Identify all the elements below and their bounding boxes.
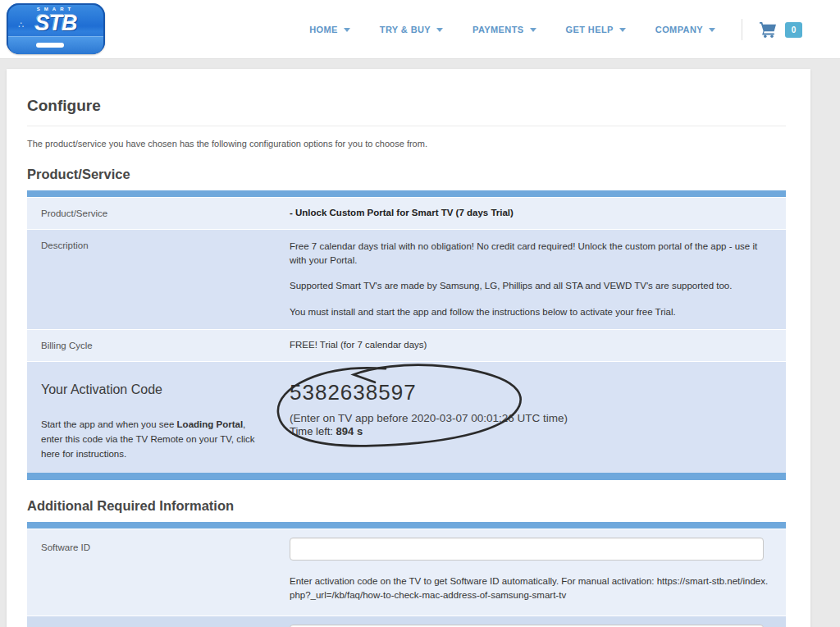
software-id-input[interactable] [290,538,764,561]
main-navigation: HOME TRY & BUY PAYMENTS GET HELP COMPANY [280,0,802,59]
portal-url-label: Portal URL [27,616,290,627]
software-id-cell: Enter activation code on the TV to get S… [290,529,786,616]
nav-item-payments[interactable]: PAYMENTS [472,25,536,34]
activation-time-left: Time left: 894 s [290,425,769,437]
smart-stb-logo[interactable]: SMART ∴ STB [7,3,105,54]
nav-divider [742,19,742,40]
top-header-bar: SMART ∴ STB HOME TRY & BUY PAYMENTS GET … [0,0,840,59]
activation-code-left-column: Your Activation Code Start the app and w… [27,362,290,473]
nav-item-home[interactable]: HOME [309,25,350,34]
chevron-down-icon [619,28,626,32]
software-id-label: Software ID [27,529,290,616]
billing-cycle-value: FREE! Trial (for 7 calendar days) [290,330,786,361]
instructions-text: Start the app and when you see [41,419,177,429]
nav-item-label: TRY & BUY [380,25,431,34]
cart-count-badge: 0 [785,22,802,38]
nav-item-try-and-buy[interactable]: TRY & BUY [380,25,443,34]
activation-code-value: 5382638597 [290,380,769,405]
software-id-help-text: Enter activation code on the TV to get S… [290,574,769,603]
chevron-down-icon [436,28,443,32]
nav-item-label: PAYMENTS [472,25,524,34]
portal-url-cell [290,616,786,627]
product-name-value: - Unlock Custom Portal for Smart TV (7 d… [290,198,786,229]
activation-code-right-column: 5382638597 (Enter on TV app before 2020-… [290,362,786,473]
nav-item-label: GET HELP [566,25,614,34]
logo-box-slot [36,43,64,48]
time-left-value: 894 s [336,425,363,437]
shopping-cart-button[interactable]: 0 [759,21,802,38]
description-label: Description [27,230,290,329]
description-value: Free 7 calendar days trial with no oblig… [290,230,786,329]
logo-stb-text: STB [7,11,105,36]
table-row-product: Product/Service - Unlock Custom Portal f… [27,197,786,229]
description-paragraph: Free 7 calendar days trial with no oblig… [290,240,769,267]
section-title-additional-info: Additional Required Information [27,498,786,514]
activation-expiry-note: (Enter on TV app before 2020-03-07 00:01… [290,412,769,424]
table-row-software-id: Software ID Enter activation code on the… [27,529,786,616]
shopping-cart-icon [759,21,777,38]
time-left-label: Time left: [290,425,336,437]
chevron-down-icon [709,28,715,32]
chevron-down-icon [344,28,350,32]
nav-item-label: HOME [309,25,338,34]
product-label: Product/Service [27,198,290,229]
table-row-activation-code: Your Activation Code Start the app and w… [27,361,786,473]
table-header-bar [27,522,786,529]
nav-item-label: COMPANY [655,25,703,34]
page-subtitle: The product/service you have chosen has … [27,139,786,149]
nav-item-company[interactable]: COMPANY [655,25,715,34]
chevron-down-icon [530,28,536,32]
table-footer-bar [27,473,786,480]
activation-instructions: Start the app and when you see Loading P… [41,417,267,462]
table-row-billing-cycle: Billing Cycle FREE! Trial (for 7 calenda… [27,329,786,361]
instructions-bold-text: Loading Portal [177,419,244,429]
description-paragraph: You must install and start the app and f… [290,305,769,319]
description-paragraph: Supported Smart TV's are made by Samsung… [290,279,769,293]
content-card: Configure The product/service you have c… [7,69,810,627]
table-header-bar [27,190,786,197]
table-row-description: Description Free 7 calendar days trial w… [27,229,786,329]
additional-info-table: Software ID Enter activation code on the… [27,522,786,627]
section-title-product-service: Product/Service [27,167,786,182]
nav-item-get-help[interactable]: GET HELP [566,25,626,34]
activation-code-title: Your Activation Code [41,382,280,397]
page-title: Configure [27,97,786,115]
table-row-portal-url: Portal URL [27,616,786,627]
billing-cycle-label: Billing Cycle [27,330,290,361]
product-service-table: Product/Service - Unlock Custom Portal f… [27,190,786,480]
title-divider [27,126,786,126]
